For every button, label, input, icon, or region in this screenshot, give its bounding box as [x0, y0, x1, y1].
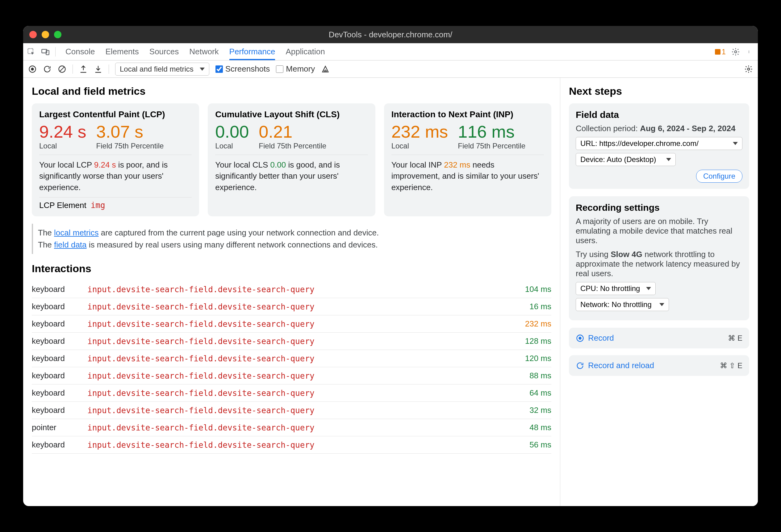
interaction-row[interactable]: keyboard input.devsite-search-field.devs… [32, 350, 551, 367]
record-shortcut-row[interactable]: Record ⌘ E [569, 328, 749, 348]
metric-description: Your local INP 232 ms needs improvement,… [392, 159, 544, 193]
recording-settings-text1: A majority of users are on mobile. Try e… [576, 217, 742, 245]
chevron-down-icon [659, 303, 664, 306]
interaction-selector: input.devsite-search-field.devsite-searc… [87, 371, 508, 381]
panel-settings-icon[interactable] [744, 65, 753, 74]
chevron-down-icon [646, 287, 651, 290]
memory-checkbox-input[interactable] [276, 65, 283, 73]
record-label: Record [588, 333, 614, 343]
configure-button[interactable]: Configure [696, 170, 742, 183]
interaction-type: keyboard [32, 371, 87, 381]
maximize-window-button[interactable] [54, 31, 61, 38]
interaction-duration: 120 ms [508, 354, 551, 363]
interaction-row[interactable]: keyboard input.devsite-search-field.devs… [32, 332, 551, 350]
device-toggle-icon[interactable] [41, 47, 50, 56]
tab-network[interactable]: Network [189, 43, 218, 60]
interaction-duration: 16 ms [508, 302, 551, 311]
interaction-type: keyboard [32, 336, 87, 346]
tab-elements[interactable]: Elements [105, 43, 138, 60]
interaction-row[interactable]: keyboard input.devsite-search-field.devs… [32, 402, 551, 419]
memory-label: Memory [286, 64, 315, 74]
svg-point-6 [749, 52, 749, 53]
record-reload-shortcut: ⌘ ⇧ E [720, 361, 742, 370]
svg-point-5 [749, 51, 749, 52]
minimize-window-button[interactable] [42, 31, 49, 38]
interaction-selector: input.devsite-search-field.devsite-searc… [87, 354, 508, 363]
interaction-duration: 64 ms [508, 388, 551, 398]
network-throttling-dropdown[interactable]: Network: No throttling [576, 298, 669, 311]
field-data-link[interactable]: field data [54, 240, 87, 249]
lcp-element-label: LCP Element [39, 201, 86, 210]
metric-field-value: 116 ms [458, 123, 525, 140]
interaction-duration: 104 ms [508, 284, 551, 294]
interactions-heading: Interactions [32, 263, 551, 275]
interaction-duration: 88 ms [508, 371, 551, 381]
inspect-element-icon[interactable] [27, 47, 36, 56]
metric-local-value: 0.00 [215, 123, 249, 140]
metric-title: Cumulative Layout Shift (CLS) [215, 109, 368, 120]
interaction-duration: 128 ms [508, 336, 551, 346]
close-window-button[interactable] [29, 31, 37, 38]
tab-sources[interactable]: Sources [150, 43, 179, 60]
garbage-collect-icon[interactable] [321, 65, 330, 74]
metric-field-label: Field 75th Percentile [458, 142, 525, 150]
settings-icon[interactable] [731, 47, 740, 56]
cpu-throttling-dropdown[interactable]: CPU: No throttling [576, 282, 656, 295]
metric-card: Largest Contentful Paint (LCP) 9.24 s Lo… [32, 103, 199, 216]
more-icon[interactable] [745, 47, 754, 56]
tab-performance[interactable]: Performance [230, 43, 275, 60]
interaction-duration: 32 ms [508, 405, 551, 415]
svg-point-8 [31, 68, 34, 70]
tab-application[interactable]: Application [286, 43, 325, 60]
recording-settings-panel: Recording settings A majority of users a… [569, 196, 749, 320]
upload-icon[interactable] [79, 65, 88, 74]
tab-console[interactable]: Console [66, 43, 95, 60]
lcp-element-tag[interactable]: img [91, 201, 105, 210]
next-steps-pane: Next steps Field data Collection period:… [560, 78, 758, 506]
interaction-selector: input.devsite-search-field.devsite-searc… [87, 423, 508, 432]
interaction-duration: 48 ms [508, 423, 551, 432]
interaction-row[interactable]: keyboard input.devsite-search-field.devs… [32, 436, 551, 454]
metric-field-value: 3.07 s [96, 123, 164, 140]
interaction-row[interactable]: keyboard input.devsite-search-field.devs… [32, 315, 551, 332]
interaction-row[interactable]: keyboard input.devsite-search-field.devs… [32, 281, 551, 298]
metric-description: Your local LCP 9.24 s is poor, and is si… [39, 159, 192, 193]
device-dropdown[interactable]: Device: Auto (Desktop) [576, 153, 676, 166]
screenshots-checkbox-input[interactable] [215, 65, 223, 73]
record-shortcut: ⌘ E [728, 334, 742, 343]
metrics-mode-dropdown[interactable]: Local and field metrics [115, 63, 209, 76]
devtools-tabbar: Console Elements Sources Network Perform… [23, 43, 758, 60]
metric-local-label: Local [39, 142, 86, 150]
record-reload-shortcut-row[interactable]: Record and reload ⌘ ⇧ E [569, 355, 749, 376]
clear-icon[interactable] [58, 65, 66, 74]
metric-cards: Largest Contentful Paint (LCP) 9.24 s Lo… [32, 103, 551, 216]
interaction-row[interactable]: keyboard input.devsite-search-field.devs… [32, 367, 551, 385]
reload-record-icon[interactable] [43, 65, 51, 74]
interaction-type: keyboard [32, 354, 87, 363]
warnings-badge[interactable]: 1 [715, 47, 726, 56]
metrics-pane: Local and field metrics Largest Contentf… [23, 78, 560, 506]
memory-checkbox[interactable]: Memory [276, 64, 315, 74]
chevron-down-icon [666, 158, 671, 161]
download-icon[interactable] [94, 65, 102, 74]
screenshots-checkbox[interactable]: Screenshots [215, 64, 270, 74]
interaction-selector: input.devsite-search-field.devsite-searc… [87, 406, 508, 415]
field-data-title: Field data [576, 109, 742, 120]
interaction-type: keyboard [32, 319, 87, 329]
warnings-count: 1 [722, 47, 726, 56]
metric-title: Largest Contentful Paint (LCP) [39, 109, 192, 120]
metric-description: Your local CLS 0.00 is good, and is sign… [215, 159, 368, 193]
chevron-down-icon [200, 68, 205, 71]
url-dropdown[interactable]: URL: https://developer.chrome.com/ [576, 137, 742, 150]
local-metrics-link[interactable]: local metrics [54, 228, 98, 237]
metric-local-label: Local [392, 142, 448, 150]
field-data-panel: Field data Collection period: Aug 6, 202… [569, 103, 749, 189]
interaction-row[interactable]: pointer input.devsite-search-field.devsi… [32, 419, 551, 436]
window-titlebar: DevTools - developer.chrome.com/ [23, 26, 758, 43]
interaction-selector: input.devsite-search-field.devsite-searc… [87, 440, 508, 450]
interaction-row[interactable]: keyboard input.devsite-search-field.devs… [32, 298, 551, 315]
record-button-icon[interactable] [28, 65, 37, 74]
interaction-row[interactable]: keyboard input.devsite-search-field.devs… [32, 385, 551, 402]
interaction-type: keyboard [32, 388, 87, 398]
warning-icon [715, 49, 721, 55]
